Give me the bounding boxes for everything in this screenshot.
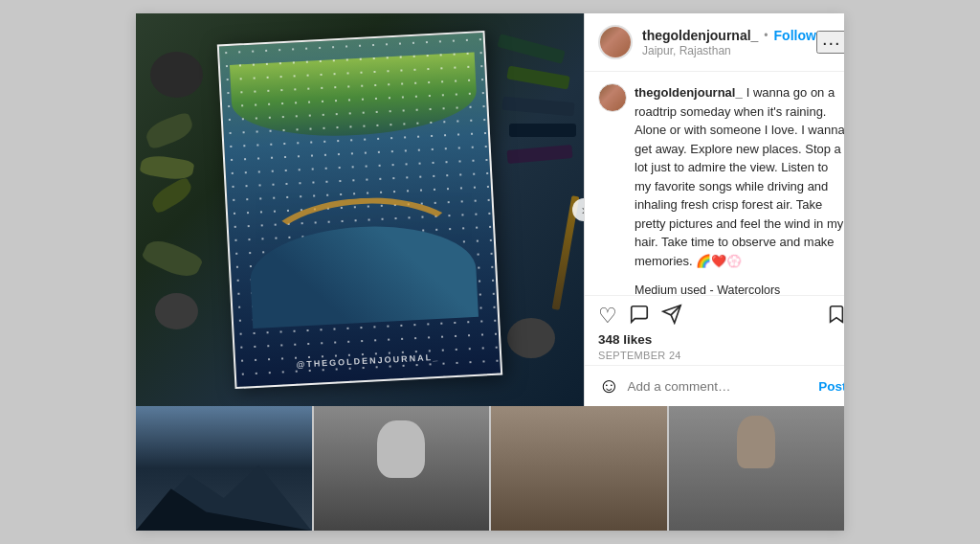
painting: @THEGOLDENJOURNAL_: [217, 31, 502, 389]
meta-info: Medium used - Watercolors 185 GSM A4 she…: [635, 280, 844, 295]
thumbnail-4[interactable]: [667, 406, 845, 531]
comment-input[interactable]: [627, 379, 811, 394]
follow-button[interactable]: Follow: [774, 28, 816, 43]
comment-button[interactable]: [629, 304, 650, 329]
post-image-area: @THEGOLDENJOURNAL_ ›: [136, 13, 584, 406]
thumbnail-2[interactable]: [312, 406, 490, 531]
username[interactable]: thegoldenjournal_: [642, 28, 758, 43]
post-date: September 24: [598, 350, 844, 361]
thumbnail-1[interactable]: [136, 406, 312, 531]
post-caption: thegoldenjournal_I wanna go on a roadtri…: [585, 72, 844, 295]
more-options-button[interactable]: ···: [816, 31, 844, 54]
dot-separator: •: [764, 29, 768, 42]
instagram-post-card: @THEGOLDENJOURNAL_ › the: [136, 13, 844, 531]
location: Jaipur, Rajasthan: [642, 44, 816, 57]
caption-content: thegoldenjournal_I wanna go on a roadtri…: [635, 83, 844, 295]
post-comment-button[interactable]: Post: [818, 379, 844, 394]
like-button[interactable]: ♡: [598, 306, 617, 327]
header-text: thegoldenjournal_ • Follow Jaipur, Rajas…: [642, 28, 816, 57]
caption-text: I wanna go on a roadtrip someday when it…: [635, 85, 844, 268]
thumbnail-3[interactable]: [489, 406, 667, 531]
meta-line-1: Medium used - Watercolors: [635, 280, 844, 295]
emoji-picker-button[interactable]: ☺: [598, 374, 619, 398]
thumbnails-row: [136, 406, 844, 531]
post-header: thegoldenjournal_ • Follow Jaipur, Rajas…: [585, 13, 844, 72]
bookmark-button[interactable]: [826, 304, 844, 329]
post-actions: ♡: [585, 295, 844, 365]
avatar: [598, 25, 633, 59]
artwork-background: @THEGOLDENJOURNAL_: [136, 13, 584, 406]
caption-username[interactable]: thegoldenjournal_: [635, 85, 743, 100]
comment-area: ☺ Post: [585, 365, 844, 406]
likes-count: 348 likes: [598, 332, 844, 347]
caption-avatar: [598, 83, 627, 112]
post-info-panel: thegoldenjournal_ • Follow Jaipur, Rajas…: [584, 13, 844, 406]
share-button[interactable]: [661, 304, 682, 329]
